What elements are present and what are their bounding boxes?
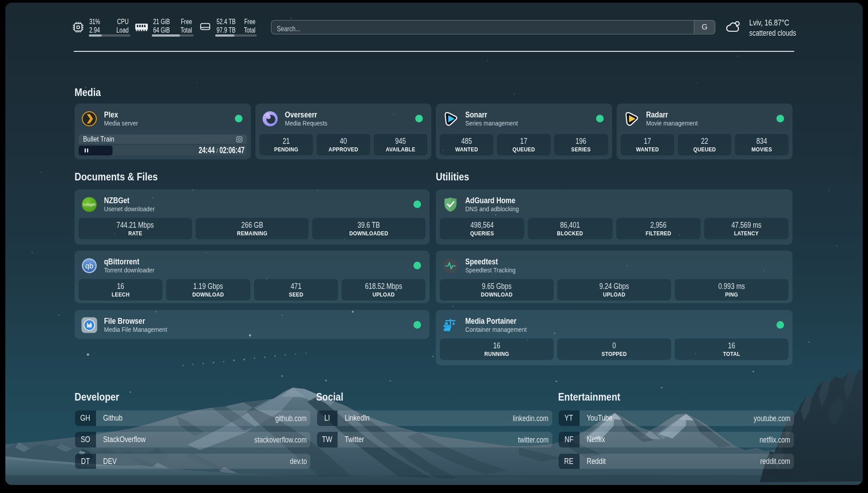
svg-text:qb: qb — [85, 262, 93, 270]
svg-text:nzbget: nzbget — [83, 202, 96, 207]
